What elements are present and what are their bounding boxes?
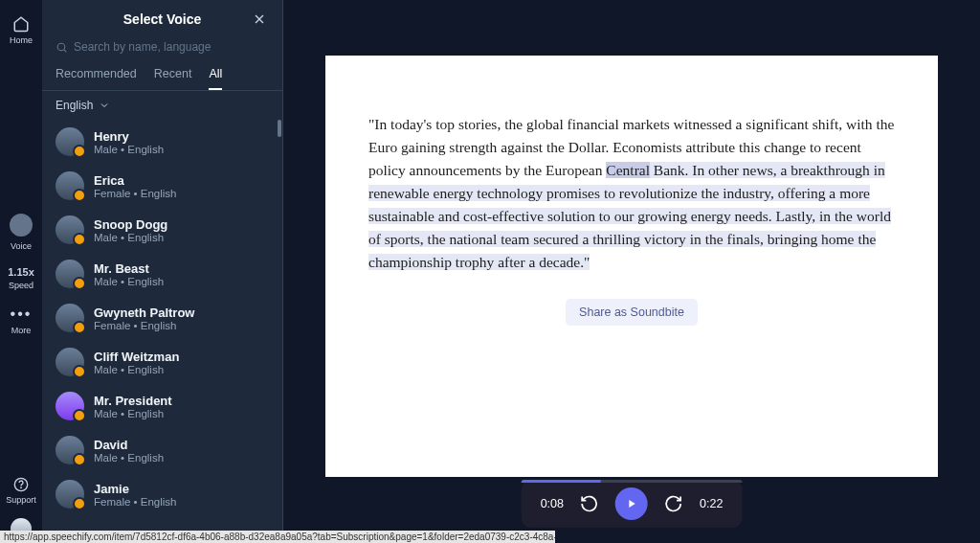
current-word: Central	[606, 162, 650, 178]
voice-meta: Male • English	[94, 232, 167, 243]
speed-label: Speed	[9, 281, 33, 290]
search-input[interactable]: Search by name, language	[56, 40, 269, 54]
total-time: 0:22	[700, 497, 723, 510]
voice-meta: Male • English	[94, 276, 164, 287]
voice-meta: Male • English	[94, 408, 172, 419]
home-label: Home	[10, 35, 33, 45]
tab-recent[interactable]: Recent	[154, 61, 192, 90]
speed-button[interactable]: 1.15x Speed	[8, 266, 34, 290]
search-icon	[56, 41, 68, 54]
speed-value: 1.15x	[8, 266, 34, 278]
premium-badge-icon	[73, 277, 86, 290]
tab-recommended[interactable]: Recommended	[56, 61, 137, 90]
voice-item-jamie[interactable]: JamieFemale • English	[42, 472, 282, 516]
voice-name: Snoop Dogg	[94, 217, 167, 232]
home-icon	[12, 15, 30, 33]
close-icon[interactable]	[252, 11, 267, 27]
voice-meta: Male • English	[94, 364, 179, 375]
voice-name: Mr. Beast	[94, 261, 164, 276]
voice-meta: Female • English	[94, 320, 194, 331]
voice-name: Henry	[94, 129, 164, 144]
voice-meta: Male • English	[94, 452, 164, 464]
voice-name: Gwyneth Paltrow	[94, 305, 194, 320]
voice-item-cliff[interactable]: Cliff WeitzmanMale • English	[42, 340, 282, 384]
help-icon	[13, 477, 29, 492]
chevron-down-icon	[99, 100, 110, 111]
language-selector[interactable]: English	[42, 91, 282, 120]
premium-badge-icon	[73, 145, 86, 158]
voice-name: Jamie	[94, 482, 176, 496]
progress-fill	[522, 480, 601, 483]
voice-meta: Male • English	[94, 144, 164, 155]
rewind-icon	[580, 494, 599, 513]
tab-all[interactable]: All	[209, 61, 222, 90]
support-button[interactable]: Support	[6, 477, 36, 505]
home-button[interactable]: Home	[10, 15, 33, 45]
document-text[interactable]: "In today's top stories, the global fina…	[368, 113, 895, 274]
more-button[interactable]: ••• More	[11, 305, 33, 335]
forward-icon	[664, 494, 683, 513]
status-bar-url: https://app.speechify.com/item/7d5812cf-…	[0, 531, 555, 543]
premium-badge-icon	[73, 409, 86, 422]
voice-panel: Select Voice Search by name, language Re…	[42, 0, 283, 543]
language-label: English	[56, 99, 93, 112]
voice-meta: Female • English	[94, 496, 176, 508]
premium-badge-icon	[73, 321, 86, 334]
voice-list: HenryMale • English EricaFemale • Englis…	[42, 120, 282, 543]
voice-item-president[interactable]: Mr. PresidentMale • English	[42, 384, 282, 428]
left-rail: Home Voice 1.15x Speed ••• More Support	[0, 0, 42, 543]
audio-player: 0:08 0:22	[522, 480, 743, 528]
premium-badge-icon	[73, 497, 86, 510]
premium-badge-icon	[73, 365, 86, 378]
rewind-button[interactable]	[579, 493, 600, 514]
premium-badge-icon	[73, 453, 86, 466]
voice-item-david[interactable]: DavidMale • English	[42, 428, 282, 472]
voice-name: Mr. President	[94, 394, 172, 408]
support-label: Support	[6, 495, 36, 505]
voice-item-henry[interactable]: HenryMale • English	[42, 120, 282, 164]
voice-item-mrbeast[interactable]: Mr. BeastMale • English	[42, 252, 282, 296]
more-icon: •••	[11, 305, 33, 323]
elapsed-time: 0:08	[541, 497, 564, 510]
share-soundbite-button[interactable]: Share as Soundbite	[566, 299, 698, 326]
main-area: "In today's top stories, the global fina…	[283, 0, 980, 543]
more-label: More	[11, 326, 32, 335]
voice-name: Erica	[94, 173, 176, 188]
voice-item-erica[interactable]: EricaFemale • English	[42, 164, 282, 208]
voice-nav[interactable]: Voice	[10, 214, 33, 251]
voice-item-snoop[interactable]: Snoop DoggMale • English	[42, 208, 282, 252]
voice-meta: Female • English	[94, 188, 176, 199]
document-page: "In today's top stories, the global fina…	[325, 56, 938, 477]
premium-badge-icon	[73, 233, 86, 246]
play-icon	[625, 497, 638, 510]
premium-badge-icon	[73, 189, 86, 202]
svg-point-1	[21, 487, 22, 488]
voice-name: Cliff Weitzman	[94, 350, 179, 364]
voice-nav-label: Voice	[11, 241, 32, 251]
voice-item-gwyneth[interactable]: Gwyneth PaltrowFemale • English	[42, 296, 282, 340]
forward-button[interactable]	[663, 493, 684, 514]
voice-avatar-icon	[10, 214, 33, 237]
play-button[interactable]	[615, 487, 648, 520]
panel-title: Select Voice	[73, 11, 252, 27]
svg-point-2	[57, 43, 65, 51]
voice-name: David	[94, 438, 164, 452]
search-placeholder: Search by name, language	[74, 40, 211, 54]
